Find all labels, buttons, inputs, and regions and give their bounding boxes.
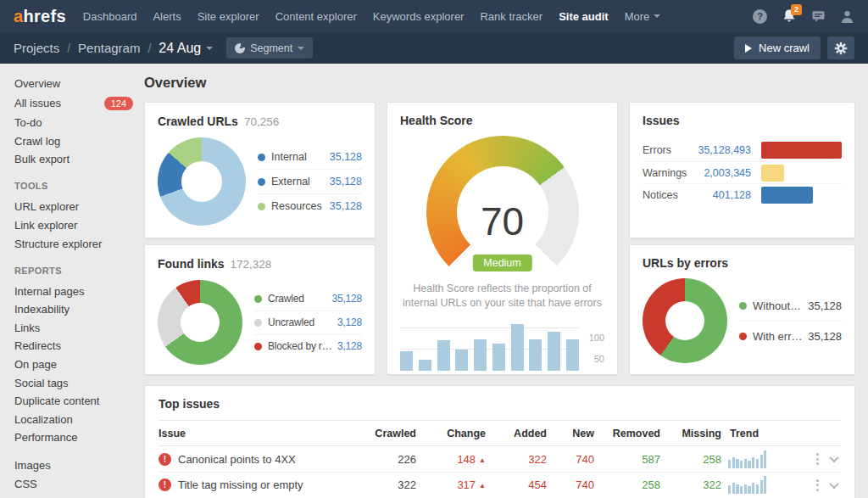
legend-row-uncrawled[interactable]: Uncrawled 3,128 [254, 311, 362, 334]
sidebar-item-structure-explorer[interactable]: Structure explorer [14, 238, 133, 249]
col-header-removed[interactable]: Removed [594, 428, 660, 439]
sidebar-item-css[interactable]: CSS [14, 478, 133, 490]
expand-row-chevron[interactable] [829, 478, 838, 488]
table-row[interactable]: ! Canonical points to 4XX 226 148▲ 322 7… [159, 446, 841, 472]
crawled-urls-donut-chart[interactable] [158, 137, 246, 226]
sidebar-item-all-issues[interactable]: All issues124 [14, 97, 133, 110]
legend-value[interactable]: 35,128 [326, 293, 362, 305]
nav-site-explorer[interactable]: Site explorer [198, 10, 259, 23]
trend-sparkline [728, 476, 769, 494]
segment-dropdown[interactable]: Segment [226, 37, 313, 59]
card-count: 172,328 [231, 258, 272, 271]
legend-row-without-errors[interactable]: Without errors 35,128 [739, 291, 842, 321]
legend-row-resources[interactable]: Resources 35,128 [258, 193, 362, 218]
added-value: 454 [486, 478, 547, 491]
legend-label: External [271, 176, 310, 187]
legend-value[interactable]: 35,128 [325, 151, 362, 163]
expand-row-chevron[interactable] [829, 453, 838, 462]
bar [728, 485, 731, 494]
account-button[interactable] [840, 9, 854, 24]
row-menu-button[interactable] [815, 451, 821, 467]
issues-row-errors[interactable]: Errors 35,128,493 [643, 139, 842, 161]
sidebar-item-performance[interactable]: Performance [14, 432, 133, 443]
legend-value[interactable]: 3,128 [332, 316, 362, 328]
segment-pie-icon [235, 43, 245, 53]
notifications-button[interactable]: 2 [782, 8, 797, 24]
legend-row-with-errors[interactable]: With errors 35,128 [739, 321, 842, 351]
col-header-added[interactable]: Added [486, 428, 547, 439]
sidebar-item-redirects[interactable]: Redirects [14, 340, 133, 351]
sidebar-item-label: Crawl log [14, 136, 60, 147]
issues-card: Issues Errors 35,128,493 Warnings 2,003,… [629, 102, 855, 238]
bar [752, 457, 754, 468]
nav-dashboard[interactable]: Dashboard [83, 10, 137, 23]
bar [748, 461, 750, 468]
breadcrumb-projects[interactable]: Projects [14, 41, 59, 55]
legend-row-blocked[interactable]: Blocked by robots.txt 3,128 [254, 334, 362, 358]
issue-name[interactable]: Canonical points to 4XX [178, 453, 296, 466]
ahrefs-logo[interactable]: ahrefs [14, 7, 66, 26]
settings-button[interactable] [827, 36, 854, 59]
col-header-trend[interactable]: Trend [721, 428, 803, 439]
table-row[interactable]: ! Title tag missing or empty 322 317▲ 45… [159, 472, 841, 497]
sidebar-item-url-explorer[interactable]: URL explorer [14, 201, 133, 212]
issues-row-label: Errors [643, 144, 692, 156]
help-button[interactable]: ? [753, 9, 767, 24]
legend-row-crawled[interactable]: Crawled 35,128 [254, 288, 362, 311]
issues-count-badge: 124 [104, 97, 133, 110]
sidebar-item-internal-pages[interactable]: Internal pages [14, 286, 133, 297]
nav-more[interactable]: More [625, 10, 661, 23]
nav-alerts[interactable]: Alerts [153, 10, 181, 23]
sidebar-item-link-explorer[interactable]: Link explorer [14, 220, 133, 231]
found-links-donut-chart[interactable] [158, 280, 242, 365]
sidebar-item-social-tags[interactable]: Social tags [14, 378, 133, 389]
legend-value[interactable]: 3,128 [332, 340, 362, 352]
sidebar-item-indexability[interactable]: Indexability [14, 304, 133, 315]
issues-row-value[interactable]: 35,128,493 [692, 144, 751, 156]
sidebar-item-duplicate-content[interactable]: Duplicate content [14, 395, 133, 406]
col-header-crawled[interactable]: Crawled [362, 428, 416, 439]
sidebar-item-label: CSS [14, 478, 37, 490]
issues-row-warnings[interactable]: Warnings 2,003,345 [643, 161, 842, 183]
nav-keywords-explorer[interactable]: Keywords explorer [373, 10, 465, 23]
sidebar-item-images[interactable]: Images [14, 460, 133, 471]
issues-row-value[interactable]: 401,128 [692, 189, 751, 201]
new-crawl-label: New crawl [759, 42, 810, 54]
up-arrow-icon: ▲ [479, 482, 486, 490]
bar [732, 483, 735, 494]
legend-value[interactable]: 35,128 [325, 176, 362, 187]
error-icon: ! [159, 478, 171, 491]
sidebar-item-bulk-export[interactable]: Bulk export [14, 154, 133, 165]
sidebar-item-overview[interactable]: Overview [14, 78, 133, 89]
sidebar-item-crawl-log[interactable]: Crawl log [14, 136, 133, 147]
legend-value[interactable]: 35,128 [325, 200, 362, 212]
sidebar-item-localization[interactable]: Localization [14, 414, 133, 425]
breadcrumb-project-name[interactable]: Pentagram [78, 41, 140, 55]
legend-row-external[interactable]: External 35,128 [258, 169, 362, 193]
sidebar-item-todo[interactable]: To-do [14, 117, 133, 128]
col-header-new[interactable]: New [547, 428, 594, 439]
issue-name[interactable]: Title tag missing or empty [178, 478, 303, 491]
issues-row-notices[interactable]: Notices 401,128 [643, 183, 842, 205]
col-header-change[interactable]: Change [416, 428, 486, 439]
health-score-trend-chart[interactable]: 100 50 0 19 Jul 19 Aug [400, 322, 604, 375]
col-header-missing[interactable]: Missing [660, 428, 721, 439]
crawl-date-dropdown[interactable]: 24 Aug [159, 41, 213, 56]
sidebar-item-on-page[interactable]: On page [14, 359, 133, 370]
row-menu-button[interactable] [815, 478, 821, 493]
col-header-issue[interactable]: Issue [159, 428, 362, 439]
change-value: 317▲ [416, 478, 486, 491]
added-value: 322 [486, 453, 547, 466]
messages-button[interactable] [811, 9, 826, 23]
nav-content-explorer[interactable]: Content explorer [275, 10, 357, 23]
nav-rank-tracker[interactable]: Rank tracker [480, 10, 542, 23]
urls-by-errors-donut-chart[interactable] [643, 278, 727, 363]
nav-site-audit[interactable]: Site audit [559, 10, 609, 23]
sidebar-item-links[interactable]: Links [14, 322, 133, 333]
bar [764, 450, 766, 468]
legend-label: Uncrawled [268, 316, 314, 328]
legend-row-internal[interactable]: Internal 35,128 [258, 145, 362, 169]
issues-row-value[interactable]: 2,003,345 [692, 167, 751, 179]
new-crawl-button[interactable]: New crawl [734, 36, 821, 59]
person-icon [840, 9, 854, 24]
